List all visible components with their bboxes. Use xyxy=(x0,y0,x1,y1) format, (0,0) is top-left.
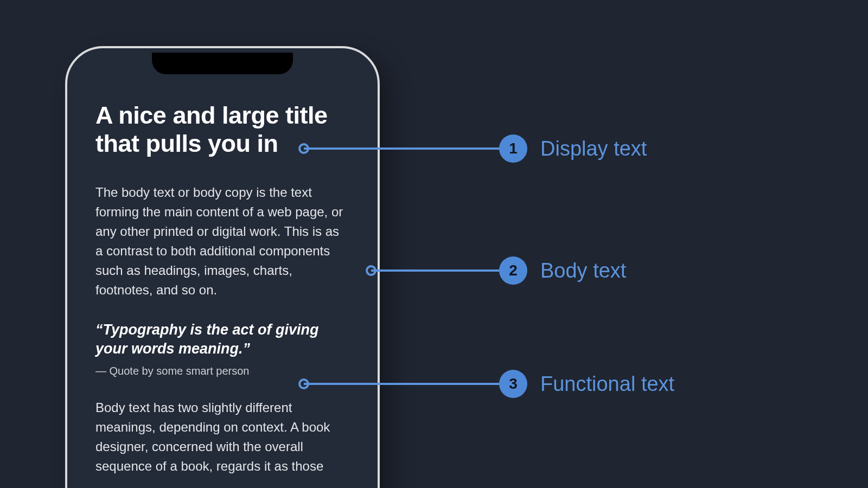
callout-label-2: Body text xyxy=(540,259,626,282)
display-title: A nice and large title that pulls you in xyxy=(95,101,349,158)
callout-display-text: 1 Display text xyxy=(499,134,647,163)
callout-label-3: Functional text xyxy=(540,373,674,396)
phone-notch xyxy=(152,53,293,74)
callout-badge-1: 1 xyxy=(499,134,527,163)
callout-body-text: 2 Body text xyxy=(499,256,626,285)
body-text-1: The body text or body copy is the text f… xyxy=(95,183,349,300)
body-text-2: Body text has two slightly different mea… xyxy=(95,398,349,476)
callout-functional-text: 3 Functional text xyxy=(499,370,674,398)
phone-screen: A nice and large title that pulls you in… xyxy=(72,53,373,476)
phone-frame: A nice and large title that pulls you in… xyxy=(65,46,380,488)
quote-attribution: — Quote by some smart person xyxy=(95,365,349,377)
callout-badge-3: 3 xyxy=(499,370,527,398)
callout-label-1: Display text xyxy=(540,137,647,160)
phone-inner: A nice and large title that pulls you in… xyxy=(72,53,373,488)
pull-quote: “Typography is the act of giving your wo… xyxy=(95,320,349,358)
callout-badge-2: 2 xyxy=(499,256,527,285)
